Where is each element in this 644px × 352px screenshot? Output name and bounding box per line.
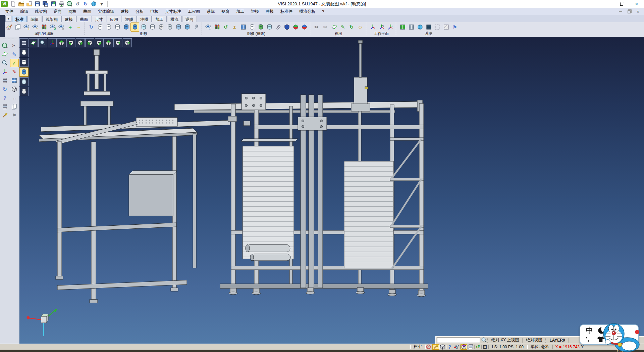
menu-standard-parts[interactable]: 标准件: [277, 8, 296, 15]
layer-indicator[interactable]: LAYER0: [546, 337, 568, 344]
menu-analysis[interactable]: 分析: [132, 8, 147, 15]
3d-viewport[interactable]: 绝对 XY 上视图 绝对视图 LAYER0: [19, 37, 644, 344]
sketch-pencil-icon[interactable]: ✎: [10, 50, 19, 58]
outline-cylinder-icon[interactable]: [113, 23, 122, 32]
view-workplane-icon[interactable]: [29, 38, 38, 47]
tab-die[interactable]: 冲模: [137, 16, 152, 22]
workbox-icon[interactable]: [461, 344, 467, 350]
subtract-icon[interactable]: −: [74, 23, 83, 32]
tab-surface[interactable]: 曲面: [76, 16, 91, 22]
status-search-input[interactable]: [437, 337, 480, 343]
open-part-icon[interactable]: [25, 0, 33, 7]
menu-electrode[interactable]: 电极: [147, 8, 162, 15]
refresh-model-icon[interactable]: ↻: [1, 85, 9, 93]
system-flag-icon[interactable]: ⚑: [450, 23, 459, 32]
view-axes-icon[interactable]: [48, 38, 57, 47]
advanced-refresh-icon[interactable]: ↺: [221, 23, 230, 32]
window-views-icon[interactable]: [10, 76, 19, 85]
restore-button[interactable]: [614, 0, 629, 8]
menu-reverse[interactable]: 逆向: [50, 8, 65, 15]
view-cube-bottom-icon[interactable]: [66, 38, 75, 47]
menu-surface[interactable]: 曲面: [80, 8, 95, 15]
scale-indicator[interactable]: LS: 1.00 PS: 1.00: [489, 344, 527, 350]
lock-toggle[interactable]: 拴牢: [410, 344, 425, 350]
view-cube-iso-icon[interactable]: [113, 38, 122, 47]
cylinder-cyan-icon[interactable]: [265, 23, 274, 32]
system-window-green-icon[interactable]: [398, 23, 407, 32]
menu-mesh[interactable]: 网格: [65, 8, 80, 15]
zoom-element-icon[interactable]: [1, 59, 9, 67]
box-arrow-icon[interactable]: [453, 344, 460, 350]
filter-traffic-lights-icon[interactable]: [40, 23, 48, 32]
attach-clip-icon[interactable]: [274, 23, 282, 32]
redo-icon[interactable]: ↻: [82, 0, 89, 7]
undo-icon[interactable]: ↺: [74, 0, 81, 7]
hide-subtract-icon[interactable]: −: [31, 23, 40, 32]
print-icon[interactable]: [58, 0, 65, 7]
menu-solid-edit[interactable]: 实体编辑: [95, 8, 117, 15]
shaded-edges-cylinder-icon[interactable]: [130, 23, 139, 32]
system-selection-box-icon[interactable]: [433, 23, 442, 32]
annotate-pencil-icon[interactable]: ✎: [10, 68, 19, 76]
rotate-view-icon[interactable]: ↻: [347, 23, 356, 32]
menu-flow-analysis[interactable]: 模流分析: [296, 8, 319, 15]
close-button[interactable]: ×: [629, 0, 644, 8]
flag-marker-icon[interactable]: ⚑: [10, 111, 19, 120]
ime-mode-button[interactable]: 中: [584, 326, 595, 335]
magic-wand-icon[interactable]: [432, 344, 439, 350]
hidden-line-cylinder-icon[interactable]: [104, 23, 113, 32]
tab-modeling[interactable]: 建模: [61, 16, 76, 22]
regen-graphics-icon[interactable]: ↻: [87, 23, 96, 32]
layer-list-icon[interactable]: [468, 344, 474, 350]
wireframe-cylinder-icon[interactable]: [96, 23, 104, 32]
dynamic-section-2-icon[interactable]: ✂: [321, 23, 330, 32]
view-mode-label[interactable]: 绝对 XY 上视图: [488, 337, 522, 344]
snap-stamp-icon[interactable]: [425, 344, 432, 350]
transparent-cylinder-icon[interactable]: [139, 23, 148, 32]
shield-blue-icon[interactable]: [282, 23, 291, 32]
auto-refresh-icon[interactable]: ↺: [475, 344, 481, 350]
documents-icon[interactable]: [10, 102, 19, 111]
window-grid-icon[interactable]: ⊞: [482, 344, 488, 350]
view-plane-icon[interactable]: [330, 23, 338, 32]
menu-edit[interactable]: 编辑: [17, 8, 32, 15]
system-window-dark-icon[interactable]: [424, 23, 433, 32]
view-zoom-sphere-icon[interactable]: [38, 38, 47, 47]
tab-apply[interactable]: 应用: [107, 16, 121, 22]
system-hatch-icon[interactable]: [442, 23, 450, 32]
workplane-new-icon[interactable]: ＋: [386, 23, 394, 32]
gouraud-cylinder-icon[interactable]: [174, 23, 183, 32]
menu-window[interactable]: 视窗: [218, 8, 233, 15]
selection-plane-icon[interactable]: [1, 50, 9, 58]
query-help-icon[interactable]: ?: [446, 344, 453, 350]
more-commands-icon[interactable]: ▾: [98, 0, 105, 7]
sphere-green-red-icon[interactable]: [291, 23, 300, 32]
units-indicator[interactable]: 单位: 毫米: [527, 344, 552, 350]
tab-dropdown-icon[interactable]: ▾: [5, 16, 11, 22]
tab-wireframe[interactable]: 线架构: [42, 16, 61, 22]
ime-punct-button[interactable]: '。: [584, 335, 595, 344]
sphere-blue-red-icon[interactable]: [300, 23, 309, 32]
toggle-visibility-icon[interactable]: ±: [57, 23, 66, 32]
confirm-check-icon[interactable]: ✓: [10, 59, 19, 67]
menu-modeling[interactable]: 建模: [117, 8, 132, 15]
workplane-edit-icon[interactable]: ✎: [377, 23, 386, 32]
edit-view-pencil-icon[interactable]: ✎: [338, 23, 347, 32]
menu-dimension[interactable]: 尺寸标注: [162, 8, 184, 15]
menu-die[interactable]: 冲模: [262, 8, 277, 15]
cylinder-green-icon[interactable]: [256, 23, 265, 32]
ghost-style-icon[interactable]: [19, 77, 29, 86]
copy-attributes-icon[interactable]: [13, 23, 22, 32]
menu-help[interactable]: ?: [319, 8, 328, 15]
solid-box-icon[interactable]: [10, 85, 19, 93]
view-cube-front-icon[interactable]: [76, 38, 85, 47]
visi-resources-icon[interactable]: [90, 0, 97, 7]
shaded-style-icon[interactable]: [19, 68, 29, 77]
hatch-cylinder-icon[interactable]: [157, 23, 165, 32]
tab-standard[interactable]: 标准: [12, 16, 27, 22]
mdi-minimize-button[interactable]: [618, 9, 623, 14]
render-settings-cylinder-icon[interactable]: [183, 23, 192, 32]
show-add-icon[interactable]: ＋: [22, 23, 31, 32]
advanced-traffic-lights-icon[interactable]: [213, 23, 221, 32]
wireframe-style-icon[interactable]: [19, 48, 29, 57]
